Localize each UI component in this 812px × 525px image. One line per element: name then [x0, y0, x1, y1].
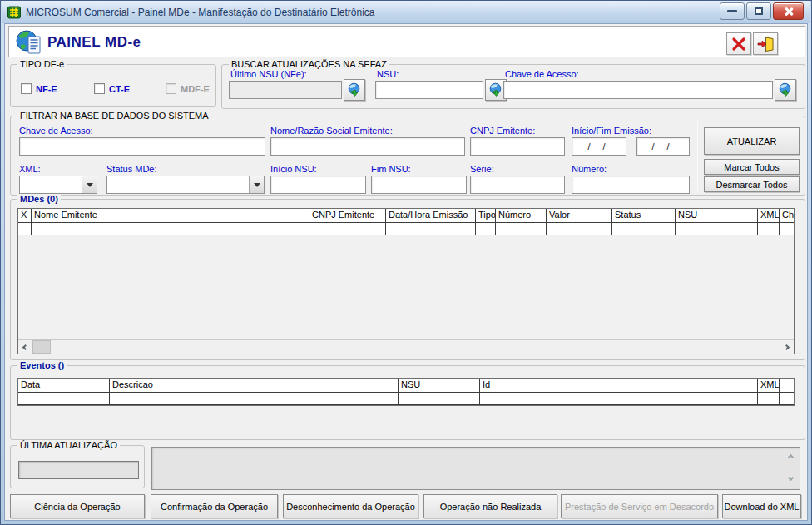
nsu-label: NSU: — [377, 69, 399, 79]
download-xml-button[interactable]: Download do XML — [722, 494, 801, 518]
buscar-ultimo-nsu-button[interactable] — [344, 79, 365, 101]
cancel-button[interactable] — [726, 32, 751, 55]
mdes-legend: MDes (0) — [17, 194, 61, 204]
ciencia-operacao-button[interactable]: Ciência da Operação — [10, 494, 145, 518]
mdfe-checkbox-label: MDF-E — [181, 84, 210, 94]
confirmacao-operacao-button[interactable]: Confirmação da Operação — [151, 494, 278, 518]
client-area: PAINEL MD-e TIPO DF-e — [4, 23, 808, 521]
chevron-down-icon[interactable] — [249, 176, 264, 193]
desmarcar-todos-button[interactable]: Desmarcar Todos — [704, 176, 800, 192]
filtro-cnpj-input[interactable] — [470, 137, 565, 156]
filtro-fim-nsu-label: Fim NSU: — [371, 164, 411, 174]
maximize-icon — [755, 7, 763, 15]
buscar-chave-button[interactable] — [775, 79, 796, 101]
mdes-col-numero[interactable]: Número — [496, 209, 547, 223]
filtro-status-label: Status MDe: — [106, 164, 157, 174]
close-button[interactable] — [773, 2, 804, 20]
filtro-xml-select[interactable] — [19, 176, 97, 194]
mdes-col-nome-emitente[interactable]: Nome Emitente — [32, 209, 309, 223]
mdes-scrollbar-thumb[interactable] — [32, 340, 51, 354]
filtro-fim-nsu-input[interactable] — [371, 176, 467, 194]
chevron-right-icon[interactable] — [780, 340, 794, 354]
app-window: MICROSUM Comercial - Painel MDe - Manife… — [0, 0, 812, 525]
eventos-col-data[interactable]: Data — [18, 379, 110, 393]
checkbox-cte[interactable]: CT-E — [94, 83, 130, 94]
window-title: MICROSUM Comercial - Painel MDe - Manife… — [26, 7, 374, 18]
red-x-icon — [730, 35, 748, 53]
app-icon — [7, 6, 21, 19]
filtro-numero-input[interactable] — [572, 176, 690, 194]
mdes-col-xml[interactable]: XML — [758, 209, 780, 223]
ultimo-nsu-field — [229, 81, 342, 99]
nfe-checkbox-box[interactable] — [21, 83, 32, 94]
filtro-serie-label: Série: — [470, 164, 494, 174]
nfe-checkbox-label: NF-E — [36, 84, 57, 94]
status-memo — [151, 447, 800, 490]
exit-door-icon — [756, 35, 775, 53]
tipo-dfe-legend: TIPO DF-e — [17, 59, 67, 69]
close-icon — [784, 7, 794, 17]
checkbox-nfe[interactable]: NF-E — [21, 83, 57, 94]
filtro-data-inicio-input[interactable]: / / — [572, 137, 626, 156]
mdes-col-chave[interactable]: Ch — [780, 209, 794, 223]
chevron-left-icon[interactable] — [18, 340, 32, 354]
eventos-col-nsu[interactable]: NSU — [399, 379, 480, 393]
filtro-inicio-fim-label: Início/Fim Emissão: — [572, 126, 651, 136]
filtro-xml-label: XML: — [19, 164, 41, 174]
maximize-button[interactable] — [746, 2, 771, 20]
chevron-down-icon[interactable] — [82, 176, 97, 193]
marcar-todos-button[interactable]: Marcar Todos — [704, 159, 800, 175]
filtro-nome-label: Nome/Razão Social Emitente: — [270, 126, 393, 136]
title-bar[interactable]: MICROSUM Comercial - Painel MDe - Manife… — [2, 1, 810, 23]
ultima-atualizacao-legend: ÚLTIMA ATUALIZAÇÃO — [17, 440, 120, 450]
filtro-numero-label: Número: — [572, 164, 607, 174]
mdes-grid[interactable]: X Nome Emitente CNPJ Emitente Data/Hora … — [17, 208, 795, 354]
chave-acesso-sefaz-input[interactable] — [503, 81, 773, 99]
buscar-sefaz-group: BUSCAR ATUALIZAÇÕES NA SEFAZ Último NSU … — [221, 64, 805, 109]
eventos-group: Eventos () Data Descricao NSU Id XML — [10, 365, 805, 440]
header-panel: PAINEL MD-e — [8, 26, 805, 57]
filtro-nome-input[interactable] — [270, 137, 465, 156]
desconhecimento-operacao-button[interactable]: Desconhecimento da Operação — [283, 494, 418, 518]
minimize-button[interactable] — [720, 2, 745, 20]
eventos-empty-row — [18, 393, 794, 405]
chevron-up-icon[interactable] — [788, 454, 794, 460]
eventos-header-row: Data Descricao NSU Id XML — [18, 379, 794, 393]
globe-search-icon — [488, 82, 503, 97]
mdes-col-nsu[interactable]: NSU — [676, 209, 758, 223]
mdes-col-cnpj-emitente[interactable]: CNPJ Emitente — [309, 209, 386, 223]
mdes-col-tipo[interactable]: Tipo — [476, 209, 496, 223]
eventos-col-descricao[interactable]: Descricao — [110, 379, 399, 393]
minimize-icon — [727, 10, 737, 12]
mdes-col-valor[interactable]: Valor — [547, 209, 612, 223]
chevron-down-icon[interactable] — [788, 475, 794, 481]
mdes-col-x[interactable]: X — [18, 209, 32, 223]
mdes-col-data-hora[interactable]: Data/Hora Emissão — [386, 209, 476, 223]
eventos-col-id[interactable]: Id — [480, 379, 758, 393]
checkbox-mdfe: MDF-E — [166, 83, 210, 94]
exit-button[interactable] — [753, 32, 778, 55]
mdes-empty-row — [18, 223, 794, 235]
eventos-col-xml[interactable]: XML — [758, 379, 780, 393]
eventos-grid[interactable]: Data Descricao NSU Id XML — [17, 378, 795, 406]
ultima-atualizacao-field — [18, 461, 139, 479]
filtro-chave-input[interactable] — [19, 137, 265, 156]
filtro-serie-input[interactable] — [470, 176, 565, 194]
cte-checkbox-box[interactable] — [94, 83, 105, 94]
nsu-input[interactable] — [375, 81, 483, 99]
ultimo-nsu-label: Último NSU (NFe): — [230, 69, 307, 79]
globe-search-icon — [347, 82, 362, 97]
globe-document-icon — [16, 29, 42, 57]
mdfe-checkbox-box — [166, 83, 176, 94]
prestacao-servico-desacordo-button: Prestação de Serviço em Desacordo — [561, 494, 718, 518]
filtrar-group: FILTRAR NA BASE DE DADOS DO SISTEMA Chav… — [10, 116, 805, 196]
filtro-status-select[interactable] — [106, 176, 265, 194]
filtro-cnpj-label: CNPJ Emitente: — [470, 126, 535, 136]
mdes-horizontal-scrollbar[interactable] — [18, 339, 794, 354]
cte-checkbox-label: CT-E — [109, 84, 130, 94]
mdes-col-status[interactable]: Status — [612, 209, 676, 223]
atualizar-button[interactable]: ATUALIZAR — [704, 127, 800, 155]
filtro-inicio-nsu-input[interactable] — [270, 176, 366, 194]
filtro-data-fim-input[interactable]: / / — [636, 137, 690, 156]
operacao-nao-realizada-button[interactable]: Operação não Realizada — [423, 494, 557, 518]
